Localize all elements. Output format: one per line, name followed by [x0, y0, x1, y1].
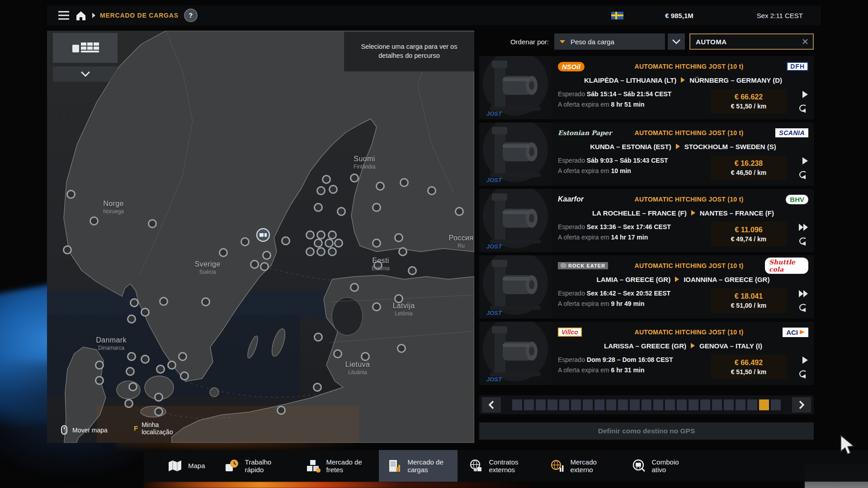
page-square[interactable] [571, 399, 581, 410]
set-gps-destination-button[interactable]: Definir como destino no GPS [479, 422, 814, 440]
page-square[interactable] [536, 399, 546, 410]
city-dot[interactable] [362, 353, 369, 361]
page-square[interactable] [689, 399, 698, 410]
city-dot[interactable] [456, 208, 463, 216]
nav-item-mapa[interactable]: Mapa [159, 450, 213, 482]
city-dot[interactable] [155, 394, 163, 401]
city-dot[interactable] [399, 248, 407, 256]
search-input[interactable] [695, 38, 802, 46]
city-dot[interactable] [314, 384, 321, 391]
player-location-marker[interactable] [257, 229, 269, 241]
city-dot[interactable] [315, 239, 322, 247]
page-square[interactable] [524, 399, 534, 410]
city-dot[interactable] [64, 246, 71, 254]
cargo-offer-card[interactable]: JOST NSOil AUTOMATIC HITCHING JOST (10 t… [479, 56, 814, 119]
next-page-button[interactable] [792, 397, 811, 413]
city-dot[interactable] [373, 303, 381, 311]
city-dot[interactable] [179, 353, 187, 361]
city-dot[interactable] [315, 204, 322, 211]
clear-search-icon[interactable] [802, 38, 808, 45]
cargo-offer-card[interactable]: JOST Kaarfor AUTOMATIC HITCHING JOST (10… [479, 189, 814, 252]
city-dot[interactable] [128, 315, 136, 323]
city-dot[interactable] [330, 186, 337, 193]
cargo-offer-card[interactable]: JOST Estonian Paper AUTOMATIC HITCHING J… [479, 122, 814, 186]
city-dot[interactable] [241, 238, 249, 246]
cargo-offer-card[interactable]: JOST ROCK EATER AUTOMATIC HITCHING JOST … [479, 255, 814, 319]
city-dot[interactable] [307, 231, 314, 239]
city-dot[interactable] [128, 353, 136, 361]
city-dot[interactable] [317, 231, 325, 239]
page-square[interactable] [771, 399, 781, 410]
home-button[interactable] [72, 8, 90, 23]
city-dot[interactable] [96, 361, 104, 369]
city-dot[interactable] [181, 372, 189, 380]
map-canvas[interactable] [47, 31, 474, 443]
city-dot[interactable] [261, 263, 269, 271]
city-dot[interactable] [398, 345, 406, 352]
nav-item-contratos-externos[interactable]: Contratos externos [460, 450, 539, 482]
city-dot[interactable] [155, 408, 163, 416]
page-square[interactable] [712, 399, 722, 410]
page-square[interactable] [559, 399, 569, 410]
page-square[interactable] [512, 399, 522, 410]
city-dot[interactable] [373, 204, 381, 211]
page-square[interactable] [606, 399, 616, 410]
nav-item-trabalho-rapido[interactable]: Trabalho rápido [216, 450, 295, 482]
page-square[interactable] [736, 399, 745, 410]
city-dot[interactable] [142, 309, 149, 316]
city-dot[interactable] [395, 295, 403, 303]
cargo-offer-card[interactable]: JOST Villco AUTOMATIC HITCHING JOST (10 … [479, 322, 814, 385]
truck-filter-button[interactable] [53, 33, 118, 63]
city-dot[interactable] [202, 298, 210, 306]
my-location-hint[interactable]: F Minha localização [134, 421, 183, 436]
city-dot[interactable] [401, 179, 408, 187]
page-square[interactable] [724, 399, 734, 410]
page-square[interactable] [594, 399, 604, 410]
city-dot[interactable] [131, 299, 138, 307]
city-dot[interactable] [329, 248, 336, 256]
page-square[interactable] [700, 399, 710, 410]
city-dot[interactable] [142, 356, 149, 363]
city-dot[interactable] [334, 350, 342, 358]
city-dot[interactable] [373, 239, 381, 247]
city-dot[interactable] [335, 239, 343, 247]
city-dot[interactable] [67, 191, 75, 198]
collapse-map-filters-button[interactable] [53, 66, 118, 82]
sort-expand-button[interactable] [668, 33, 685, 50]
nav-item-mercado-externo[interactable]: Mercado externo [542, 450, 620, 482]
city-dot[interactable] [351, 284, 359, 291]
city-dot[interactable] [96, 377, 104, 385]
city-dot[interactable] [168, 361, 176, 369]
city-dot[interactable] [307, 248, 314, 256]
nav-item-mercado-de-cargas[interactable]: Mercado de cargas [379, 450, 458, 482]
nav-item-comboio-ativo[interactable]: Comboio ativo [623, 450, 702, 482]
help-button[interactable]: ? [184, 9, 198, 22]
city-dot[interactable] [323, 176, 330, 183]
city-dot[interactable] [160, 298, 168, 305]
city-dot[interactable] [315, 333, 322, 341]
prev-page-button[interactable] [482, 397, 501, 413]
page-square[interactable] [618, 399, 628, 410]
sort-dropdown[interactable]: Peso da carga [554, 33, 665, 50]
page-square[interactable] [747, 399, 757, 410]
city-dot[interactable] [377, 183, 384, 190]
city-dot[interactable] [326, 239, 333, 247]
page-square[interactable] [759, 399, 769, 410]
city-dot[interactable] [251, 261, 259, 268]
city-dot[interactable] [278, 407, 285, 414]
city-dot[interactable] [351, 174, 359, 182]
city-dot[interactable] [157, 366, 165, 373]
city-dot[interactable] [263, 252, 271, 259]
page-square[interactable] [642, 399, 651, 410]
page-square[interactable] [630, 399, 640, 410]
city-dot[interactable] [338, 208, 345, 216]
city-dot[interactable] [374, 262, 382, 269]
city-dot[interactable] [317, 187, 325, 195]
page-square[interactable] [677, 399, 687, 410]
city-dot[interactable] [329, 231, 336, 239]
menu-button[interactable] [55, 8, 72, 23]
page-square[interactable] [583, 399, 593, 410]
city-dot[interactable] [90, 217, 98, 225]
nav-item-mercado-de-fretes[interactable]: Mercado de fretes [297, 450, 376, 482]
page-square[interactable] [665, 399, 675, 410]
